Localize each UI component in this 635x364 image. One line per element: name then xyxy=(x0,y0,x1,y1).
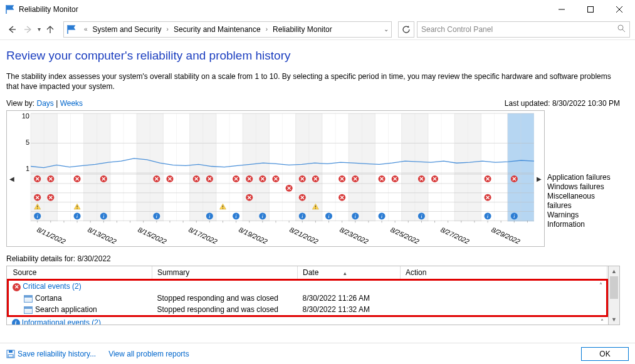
critical-icon: ✕ xyxy=(13,283,21,291)
svg-point-147 xyxy=(76,209,77,209)
close-button[interactable] xyxy=(605,0,634,19)
breadcrumb-item[interactable]: Security and Maintenance xyxy=(172,25,262,34)
address-dropdown[interactable]: ⌄ xyxy=(384,26,389,33)
search-icon xyxy=(617,24,626,34)
svg-rect-181 xyxy=(9,350,13,353)
svg-line-8 xyxy=(622,29,625,32)
search-input[interactable] xyxy=(421,25,617,34)
page-heading: Review your computer's reliability and p… xyxy=(6,49,620,63)
svg-point-145 xyxy=(37,209,38,209)
titlebar: Reliability Monitor xyxy=(0,0,635,19)
recent-dropdown[interactable]: ▾ xyxy=(38,26,41,33)
chevron-right-icon: › xyxy=(265,26,269,33)
breadcrumb-overflow[interactable]: « xyxy=(83,26,89,33)
reliability-chart[interactable]: ◀ iiiiiiiiiiiiii 10 5 1 8/11/20228/13/20… xyxy=(6,110,545,247)
y-axis: 10 5 1 xyxy=(18,112,29,172)
forward-button[interactable] xyxy=(21,23,35,36)
flag-icon xyxy=(66,24,76,34)
svg-rect-1 xyxy=(588,7,594,13)
scroll-thumb[interactable] xyxy=(610,276,618,299)
chart-scroll-right[interactable]: ▶ xyxy=(534,111,544,246)
col-summary[interactable]: Summary xyxy=(152,266,298,280)
col-date[interactable]: Date▴ xyxy=(298,266,401,280)
scrollbar[interactable]: ▲ ▼ xyxy=(608,266,619,325)
scroll-up-icon[interactable]: ▲ xyxy=(609,266,619,276)
navbar: ▾ « System and Security › Security and M… xyxy=(0,19,635,40)
scroll-down-icon[interactable]: ▼ xyxy=(609,315,619,325)
maximize-button[interactable] xyxy=(576,0,605,19)
view-reports-link[interactable]: View all problem reports xyxy=(108,350,189,358)
minimize-button[interactable] xyxy=(547,0,576,19)
app-icon xyxy=(24,306,33,314)
svg-rect-182 xyxy=(8,355,13,357)
svg-point-151 xyxy=(315,209,316,209)
breadcrumb-item[interactable]: Reliability Monitor xyxy=(271,25,333,34)
search-box[interactable] xyxy=(417,21,630,38)
details-table: Source Summary Date▴ Action ✕ Critical e… xyxy=(6,266,620,325)
flag-icon xyxy=(5,4,15,14)
chevron-up-icon: ˄ xyxy=(599,282,602,289)
chevron-up-icon: ˄ xyxy=(601,318,604,325)
chart-legend: Application failures Windows failures Mi… xyxy=(545,110,620,253)
breadcrumb-item[interactable]: System and Security xyxy=(92,25,163,34)
view-days-link[interactable]: Days xyxy=(36,99,53,108)
view-weeks-link[interactable]: Weeks xyxy=(60,99,83,108)
page-description: The stability index assesses your system… xyxy=(6,71,620,91)
refresh-button[interactable] xyxy=(398,21,414,38)
footer: Save reliability history... View all pro… xyxy=(0,343,635,364)
x-axis-dates: 8/11/20228/13/20228/15/20228/17/20228/19… xyxy=(29,222,534,246)
group-row-critical[interactable]: ✕ Critical events (2)˄ xyxy=(8,280,607,293)
back-button[interactable] xyxy=(5,23,19,36)
table-row[interactable]: Search applicationStopped responding and… xyxy=(8,304,607,316)
svg-point-7 xyxy=(618,25,623,30)
up-button[interactable] xyxy=(43,23,57,36)
view-by: View by: Days | Weeks xyxy=(6,99,83,108)
col-source[interactable]: Source xyxy=(8,266,152,280)
last-updated: Last updated: 8/30/2022 10:30 PM xyxy=(505,99,620,108)
info-icon: i xyxy=(12,319,20,325)
ok-button[interactable]: OK xyxy=(581,347,629,361)
sort-indicator-icon: ▴ xyxy=(344,270,347,276)
app-icon xyxy=(24,295,33,303)
save-icon xyxy=(6,350,15,358)
save-history-link[interactable]: Save reliability history... xyxy=(6,350,96,358)
chart-scroll-left[interactable]: ◀ xyxy=(7,111,17,246)
svg-point-149 xyxy=(223,209,223,209)
table-header-row: Source Summary Date▴ Action xyxy=(8,266,607,280)
table-row[interactable]: CortanaStopped responding and was closed… xyxy=(8,293,607,304)
chevron-right-icon: › xyxy=(165,26,170,33)
address-bar[interactable]: « System and Security › Security and Mai… xyxy=(63,21,392,38)
group-row-info[interactable]: i Informational events (2)˄ xyxy=(8,316,607,325)
col-action[interactable]: Action xyxy=(401,266,607,280)
main-content: Review your computer's reliability and p… xyxy=(0,40,635,343)
window-title: Reliability Monitor xyxy=(19,5,547,14)
